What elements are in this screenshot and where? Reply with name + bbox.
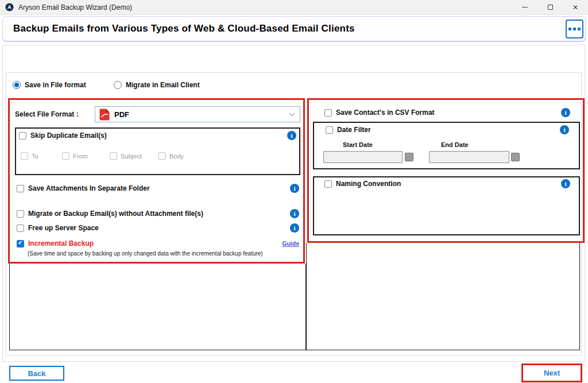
body-label: Body: [169, 153, 184, 160]
free-up-server-space-checkbox[interactable]: [17, 225, 24, 232]
from-checkbox[interactable]: [62, 152, 69, 160]
incremental-backup-label: Incremental Backup: [28, 239, 94, 247]
save-attachments-label: Save Attachments In Separate Folder: [28, 184, 150, 192]
without-attachments-label: Migrate or Backup Email(s) without Attac…: [28, 210, 203, 218]
end-date-calendar-button[interactable]: [511, 153, 520, 161]
radio-migrate-in-email-client[interactable]: Migrate in Email Client: [114, 81, 200, 89]
without-attachments-checkbox[interactable]: [17, 210, 24, 218]
more-options-button[interactable]: [566, 20, 583, 38]
info-icon[interactable]: i: [290, 223, 299, 233]
date-filter-row: Date Filter i: [326, 125, 569, 134]
save-attachments-checkbox[interactable]: [17, 185, 24, 192]
next-button[interactable]: Next: [544, 369, 560, 377]
left-lower-area: [9, 264, 306, 350]
start-date-label: Start Date: [343, 141, 373, 148]
date-filter-checkbox[interactable]: [326, 126, 333, 134]
free-up-server-space-row: Free up Server Space i: [17, 223, 299, 233]
naming-convention-label: Naming Convention: [336, 180, 401, 188]
without-attachments-row: Migrate or Backup Email(s) without Attac…: [17, 209, 299, 218]
start-date-input[interactable]: [323, 151, 403, 163]
naming-convention-checkbox[interactable]: [324, 180, 332, 188]
end-date-label: End Date: [441, 141, 469, 148]
close-icon[interactable]: ✕: [563, 0, 588, 15]
save-contacts-label: Save Contact's in CSV Format: [336, 109, 435, 117]
criteria-to[interactable]: To: [21, 152, 38, 160]
info-icon[interactable]: i: [561, 108, 570, 117]
info-glyph: i: [564, 109, 566, 116]
criteria-subject[interactable]: Subject: [110, 152, 142, 160]
maximize-icon[interactable]: [537, 0, 563, 15]
select-file-format-label: Select File Format :: [15, 110, 79, 118]
radio-icon[interactable]: [114, 81, 122, 89]
skip-duplicate-row: Skip Duplicate Email(s) i: [19, 131, 296, 140]
header-card: Backup Emails from Various Types of Web …: [2, 16, 586, 41]
save-contacts-row: Save Contact's in CSV Format i: [324, 108, 570, 117]
info-icon[interactable]: i: [290, 209, 299, 218]
chevron-down-icon: [289, 111, 295, 117]
radio-icon[interactable]: [13, 81, 21, 89]
criteria-from[interactable]: From: [62, 152, 88, 160]
info-glyph: i: [293, 225, 295, 231]
info-glyph: i: [293, 185, 295, 192]
radio-label: Save in File format: [25, 81, 86, 89]
skip-duplicate-label: Skip Duplicate Email(s): [30, 131, 107, 140]
start-date-calendar-button[interactable]: [405, 153, 413, 161]
pdf-file-icon: [99, 109, 110, 121]
info-glyph: i: [293, 210, 295, 217]
from-label: From: [73, 153, 88, 160]
info-glyph: i: [291, 132, 292, 139]
radio-label: Migrate in Email Client: [126, 81, 200, 89]
file-format-value: PDF: [114, 110, 129, 119]
subject-checkbox[interactable]: [110, 152, 117, 160]
skip-duplicate-checkbox[interactable]: [19, 132, 26, 140]
body-checkbox[interactable]: [158, 152, 166, 160]
criteria-body[interactable]: Body: [158, 152, 184, 160]
info-glyph: i: [563, 126, 565, 133]
free-up-server-space-label: Free up Server Space: [28, 224, 99, 232]
app-window: Aryson Email Backup Wizard (Demo) ✕ Back…: [0, 0, 588, 383]
ellipsis-icon: [568, 28, 581, 30]
annotation-box-next: Next: [521, 363, 582, 382]
radio-save-in-file-format[interactable]: Save in File format: [13, 81, 86, 89]
incremental-backup-caption: (Save time and space by backing up only …: [28, 250, 263, 257]
date-filter-label: Date Filter: [337, 126, 371, 134]
info-icon[interactable]: i: [561, 179, 570, 188]
guide-link[interactable]: Guide: [282, 240, 299, 247]
window-title: Aryson Email Backup Wizard (Demo): [18, 3, 132, 11]
info-icon[interactable]: i: [290, 184, 299, 193]
info-icon[interactable]: i: [560, 125, 569, 134]
info-icon[interactable]: i: [287, 131, 296, 140]
to-checkbox[interactable]: [21, 152, 28, 160]
incremental-backup-row: Incremental Backup Guide: [17, 239, 299, 247]
aryson-logo-icon: [5, 3, 14, 11]
subject-label: Subject: [121, 153, 142, 160]
save-contacts-checkbox[interactable]: [324, 109, 332, 117]
page-title: Backup Emails from Various Types of Web …: [13, 23, 355, 34]
end-date-input[interactable]: [429, 151, 509, 163]
info-glyph: i: [564, 180, 566, 187]
right-lower-area: [306, 243, 580, 350]
naming-convention-row: Naming Convention i: [324, 179, 570, 188]
title-bar: Aryson Email Backup Wizard (Demo) ✕: [0, 0, 588, 15]
window-controls: ✕: [512, 0, 588, 15]
incremental-backup-checkbox[interactable]: [17, 240, 24, 247]
minimize-icon[interactable]: [512, 0, 537, 15]
back-button[interactable]: Back: [9, 366, 64, 381]
annotation-box-left: [8, 98, 305, 264]
to-label: To: [32, 153, 38, 160]
file-format-dropdown[interactable]: PDF: [95, 106, 300, 122]
save-attachments-row: Save Attachments In Separate Folder i: [17, 184, 299, 193]
